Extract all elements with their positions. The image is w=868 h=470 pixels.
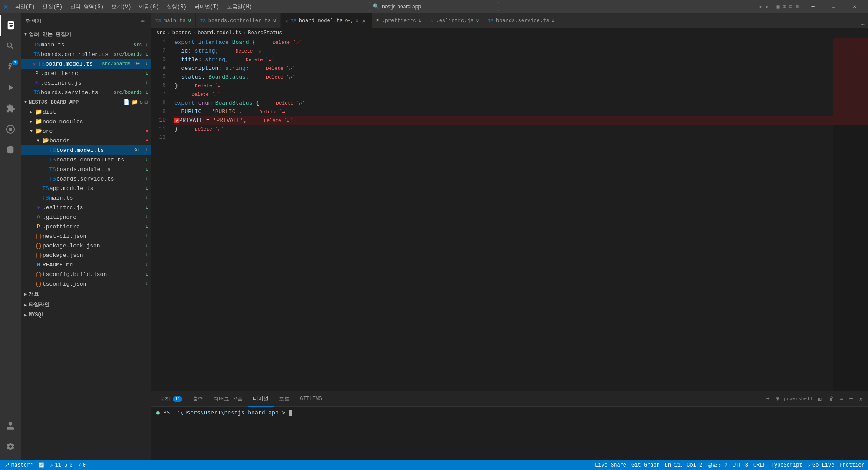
tree-file-package-lock[interactable]: {} package-lock.json U: [21, 241, 151, 250]
tree-file-app-module[interactable]: TS app.module.ts U: [21, 184, 151, 193]
activity-search[interactable]: [0, 36, 21, 56]
section-outline[interactable]: ▶ 개요: [21, 289, 151, 299]
menu-view[interactable]: 보기(V): [108, 2, 135, 11]
panel-tab-gitlens[interactable]: GITLENS: [295, 391, 327, 407]
activity-accounts[interactable]: [0, 415, 21, 436]
tree-folder-boards[interactable]: ▼ 📂 boards ●: [21, 136, 151, 145]
tab-boards-controller[interactable]: TS boards.controller.ts U: [196, 13, 281, 28]
tree-file-boards-service[interactable]: TS boards.service.ts U: [21, 174, 151, 184]
status-cursor-position[interactable]: Ln 11, Col 2: [665, 462, 702, 468]
close-btn[interactable]: ✕: [845, 0, 865, 13]
status-encoding[interactable]: UTF-8: [733, 462, 748, 468]
status-eol[interactable]: CRLF: [753, 462, 766, 468]
panel-tab-output[interactable]: 출력: [187, 391, 208, 407]
tab-eslintrc[interactable]: ⊙ .eslintrc.js U: [426, 13, 483, 28]
panel-close-btn[interactable]: ✕: [858, 394, 865, 404]
search-bar[interactable]: 🔍: [369, 2, 499, 11]
open-file-boards-service[interactable]: TS boards.service.ts src/boards U: [21, 88, 151, 97]
nav-forward-btn[interactable]: ▶: [766, 3, 769, 10]
status-sync[interactable]: 🔄: [38, 462, 45, 469]
menu-file[interactable]: 파일(F): [12, 2, 39, 11]
section-timeline[interactable]: ▶ 타임라인: [21, 299, 151, 310]
panel-tab-problems[interactable]: 문제 11: [155, 391, 187, 407]
tree-file-package[interactable]: {} package.json U: [21, 250, 151, 260]
open-file-main-ts[interactable]: TS main.ts src U: [21, 40, 151, 49]
menu-selection[interactable]: 선택 영역(S): [67, 2, 107, 11]
status-lightning[interactable]: ⚡ 0: [78, 462, 86, 469]
terminal-content[interactable]: ● PS C:\Users\user1\nestjs-board-app >: [151, 407, 868, 460]
more-tabs-btn[interactable]: ⋯: [861, 21, 865, 28]
status-git-branch[interactable]: ⎇ master*: [3, 462, 33, 469]
tree-folder-src[interactable]: ▼ 📂 src ●: [21, 126, 151, 136]
panel-tab-debug[interactable]: 디버그 콘솔: [208, 391, 248, 407]
status-git-graph[interactable]: Git Graph: [631, 462, 660, 468]
code-editor[interactable]: 1 export interface Board { Delete `↵` 2 …: [151, 38, 833, 391]
tree-file-prettierrc[interactable]: P .prettierrc U: [21, 222, 151, 231]
tree-file-eslintrc[interactable]: ⊙ .eslintrc.js U: [21, 203, 151, 212]
new-file-btn[interactable]: 📄: [123, 99, 130, 105]
project-section-header[interactable]: ▼ NESTJS-BOARD-APP 📄 📁 ↻ ⊞: [21, 97, 151, 107]
nav-back-btn[interactable]: ◀: [758, 3, 761, 10]
tab-board-model[interactable]: ✕ TS board.model.ts 9+, U ✕: [281, 13, 372, 28]
new-folder-btn[interactable]: 📁: [132, 99, 138, 105]
panel-tab-terminal[interactable]: 터미널: [248, 391, 274, 407]
sidebar-action-layout[interactable]: ⋯: [140, 16, 146, 26]
tree-file-boards-module[interactable]: TS boards.module.ts U: [21, 164, 151, 174]
terminal-dropdown-btn[interactable]: ▼: [774, 394, 781, 403]
status-errors[interactable]: ⚠ 11 ✗ 0: [50, 462, 72, 469]
kill-terminal-btn[interactable]: 🗑: [826, 394, 835, 403]
panel-tab-ports[interactable]: 포트: [274, 391, 295, 407]
activity-explorer[interactable]: [0, 15, 21, 36]
tree-file-gitignore[interactable]: ⊘ .gitignore U: [21, 212, 151, 222]
tree-file-tsconfig[interactable]: {} tsconfig.json U: [21, 279, 151, 289]
tab-main-ts[interactable]: TS main.ts U: [151, 13, 196, 28]
status-prettier[interactable]: Prettier: [839, 462, 865, 468]
tree-file-main[interactable]: TS main.ts U: [21, 193, 151, 203]
breadcrumb-file[interactable]: board.model.ts: [197, 30, 241, 36]
tab-close-btn[interactable]: ✕: [361, 17, 367, 25]
maximize-btn[interactable]: □: [824, 0, 844, 13]
tree-file-readme[interactable]: M README.md U: [21, 260, 151, 270]
open-file-prettierrc[interactable]: P .prettierrc U: [21, 69, 151, 78]
tree-file-boards-controller[interactable]: TS boards.controller.ts U: [21, 155, 151, 164]
minimize-btn[interactable]: ─: [803, 0, 823, 13]
tree-file-board-model[interactable]: TS board.model.ts 9+, U: [21, 145, 151, 155]
breadcrumb-boards[interactable]: boards: [172, 30, 191, 36]
status-live-share[interactable]: Live Share: [595, 462, 626, 468]
collapse-all-btn[interactable]: ⊞: [145, 99, 148, 105]
more-actions-btn[interactable]: ⋯: [838, 394, 845, 404]
activity-source-control[interactable]: 1: [0, 56, 21, 77]
activity-remote[interactable]: [0, 119, 21, 140]
status-language[interactable]: TypeScript: [771, 462, 802, 468]
tree-folder-dist[interactable]: ▶ 📁 dist: [21, 107, 151, 117]
search-input[interactable]: [382, 3, 495, 10]
breadcrumb-src[interactable]: src: [156, 30, 166, 36]
open-editors-section[interactable]: ▼ 열려 있는 편집기: [21, 29, 151, 40]
menu-help[interactable]: 도움말(H): [224, 2, 256, 11]
tree-folder-node-modules[interactable]: ▶ 📁 node_modules: [21, 117, 151, 126]
tree-file-nest-cli[interactable]: {} nest-cli.json U: [21, 231, 151, 241]
status-indent[interactable]: 공백: 2: [707, 462, 727, 469]
tree-file-tsconfig-build[interactable]: {} tsconfig.build.json U: [21, 270, 151, 279]
activity-database[interactable]: [0, 140, 21, 161]
menu-go[interactable]: 이동(G): [135, 2, 162, 11]
menu-terminal[interactable]: 터미널(T): [191, 2, 223, 11]
tab-boards-service[interactable]: TS boards.service.ts U: [483, 13, 559, 28]
split-terminal-btn[interactable]: ⊞: [816, 394, 823, 404]
activity-settings[interactable]: [0, 436, 21, 457]
menu-edit[interactable]: 편집(E): [39, 2, 66, 11]
breadcrumb-symbol[interactable]: BoardStatus: [248, 30, 282, 36]
panel-minimize-btn[interactable]: ─: [848, 394, 855, 403]
tab-prettierrc[interactable]: P .prettierrc U: [372, 13, 426, 28]
section-mysql[interactable]: ▶ MYSQL: [21, 310, 151, 320]
open-file-eslintrc[interactable]: ⊙ .eslintrc.js U: [21, 78, 151, 88]
menu-run[interactable]: 실행(R): [163, 2, 190, 11]
new-terminal-btn[interactable]: +: [764, 394, 771, 403]
open-file-board-model[interactable]: ✕ TS board.model.ts src/boards 9+, U: [21, 59, 151, 69]
activity-extensions[interactable]: [0, 98, 21, 119]
activity-run[interactable]: [0, 77, 21, 98]
error-icon: ⚠: [50, 462, 53, 469]
status-go-live[interactable]: ⚡ Go Live: [808, 462, 835, 469]
refresh-btn[interactable]: ↻: [140, 99, 143, 105]
open-file-boards-controller[interactable]: TS boards.controller.ts src/boards U: [21, 49, 151, 59]
